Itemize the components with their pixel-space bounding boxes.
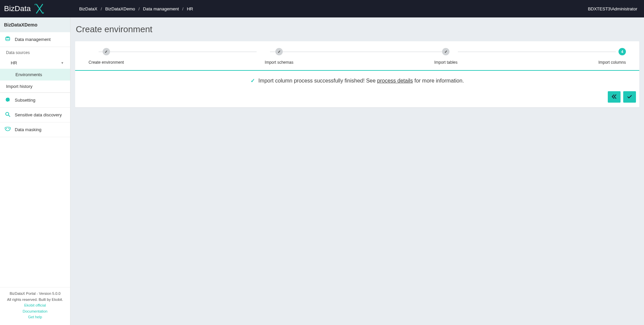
step-create-environment[interactable]: ✓ Create environment [89,48,124,65]
project-name[interactable]: BizDataXDemo [0,17,70,32]
check-icon: ✓ [275,48,283,55]
svg-point-5 [8,128,9,129]
sidebar-item-label: HR [11,60,17,65]
check-icon: ✓ [251,78,255,84]
sidebar-item-hr[interactable]: HR ▾ [0,57,70,69]
message-text-pre: Import column process successfully finis… [258,78,377,84]
check-icon [627,94,632,100]
sidebar-footer: BizDataX Portal - Version 5.0.0 All righ… [0,287,70,325]
step-import-columns[interactable]: 4 Import columns [598,48,626,65]
finish-button[interactable] [623,91,636,103]
footer-link-ekobit[interactable]: Ekobit official [3,303,67,309]
sidebar: BizDataXDemo Data management Data source… [0,17,70,325]
footer-link-docs[interactable]: Documentation [3,309,67,315]
sidebar-item-label: Subsetting [15,98,35,103]
breadcrumb-sep: / [139,6,140,11]
footer-version: BizDataX Portal - Version 5.0.0 [3,291,67,297]
svg-text:BizData: BizData [4,4,31,13]
back-button[interactable] [608,91,621,103]
message-text-post: for more information. [413,78,464,84]
process-details-link[interactable]: process details [377,78,413,84]
svg-point-1 [6,37,10,38]
mask-icon [5,126,11,133]
sidebar-item-import-history[interactable]: Import history [0,80,70,93]
breadcrumb-sep: / [182,6,183,11]
step-badge: 4 [619,48,626,55]
step-label: Import tables [434,60,458,65]
crumb-3[interactable]: HR [187,6,193,11]
crumb-1[interactable]: BizDataXDemo [105,6,135,11]
step-import-tables[interactable]: ✓ Import tables [434,48,458,65]
search-icon [5,112,11,118]
success-message: ✓ Import column process successfully fin… [75,71,639,91]
check-icon: ✓ [103,48,110,55]
wizard-actions [75,91,639,107]
sidebar-item-environments[interactable]: Environments [0,69,70,80]
wizard-stepper: ✓ Create environment ✓ Import schemas ✓ … [75,41,639,71]
footer-link-help[interactable]: Get help [3,314,67,320]
sidebar-item-data-management[interactable]: Data management [0,32,70,47]
sidebar-label-data-sources: Data sources [0,47,70,57]
crumb-2[interactable]: Data management [143,6,179,11]
sidebar-item-subsetting[interactable]: Subsetting [0,93,70,108]
svg-point-4 [6,128,7,129]
sidebar-item-label: Data management [15,37,51,42]
breadcrumb-sep: / [101,6,102,11]
database-icon [5,36,11,43]
page-title: Create environment [76,24,639,35]
user-label[interactable]: BDXTEST3\Administrator [588,6,637,11]
step-import-schemas[interactable]: ✓ Import schemas [265,48,293,65]
puzzle-icon [5,97,11,103]
chevron-down-icon: ▾ [61,61,63,65]
svg-point-2 [6,112,9,115]
step-label: Create environment [89,60,124,65]
step-label: Import columns [598,60,626,65]
svg-line-3 [8,115,10,117]
sidebar-item-label: Sensitive data discovery [15,112,62,117]
topbar: BizData BizDataX / BizDataXDemo / Data m… [0,0,644,17]
wizard-card: ✓ Create environment ✓ Import schemas ✓ … [75,41,639,107]
sidebar-item-masking[interactable]: Data masking [0,122,70,137]
breadcrumb: BizDataX / BizDataXDemo / Data managemen… [79,6,193,11]
main-content: Create environment ✓ Create environment … [70,17,644,325]
sidebar-item-label: Data masking [15,127,41,132]
double-chevron-left-icon [611,94,617,100]
sidebar-item-label: Environments [15,72,42,77]
sidebar-item-sensitive[interactable]: Sensitive data discovery [0,108,70,122]
crumb-0[interactable]: BizDataX [79,6,97,11]
step-label: Import schemas [265,60,293,65]
check-icon: ✓ [442,48,449,55]
app-logo[interactable]: BizData [0,0,70,17]
footer-rights: All rights reserved. Built by Ekobit. [3,297,67,303]
